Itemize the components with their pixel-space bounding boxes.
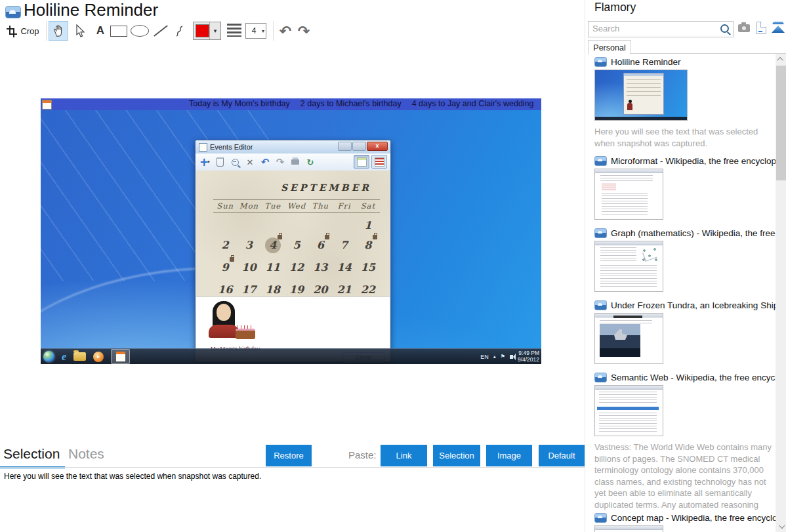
list-item-title[interactable]: Concept map - Wikipedia, the free encycl… [594,512,776,523]
calendar-app-icon [116,352,125,361]
snapshot-thumbnail[interactable] [594,169,663,220]
internet-explorer-icon[interactable]: e [62,351,66,363]
color-picker[interactable]: ▾ [193,22,221,40]
day-cell[interactable]: 11 [261,260,285,276]
list-item-title[interactable]: Holiline Reminder [594,56,776,68]
ellipse-tool-button[interactable] [130,21,150,41]
redo-button[interactable]: ↷ [294,21,314,41]
events-editor-window: Events Editor x +▾ ✕ ↶ ↷ ↻ [195,140,391,362]
undo-button[interactable]: ↶ [276,21,295,41]
day-cell[interactable]: 3 [237,237,260,253]
day-cell[interactable]: 12 [285,260,308,276]
day-cell[interactable]: 8 [356,237,380,253]
tab-notes[interactable]: Notes [68,446,104,462]
explorer-folder-icon[interactable] [73,352,86,361]
pointer-tool-button[interactable] [70,21,89,41]
holiline-taskbar-button[interactable] [111,349,130,364]
line-tool-button[interactable] [151,21,171,41]
size-dropdown[interactable]: 4 ▾ [245,23,266,39]
snapshot-icon [594,228,607,238]
list-item-title[interactable]: Semantic Web - Wikipedia, the free encyc… [594,372,776,383]
restore-button[interactable]: Restore [266,445,312,466]
snapshot-thumbnail[interactable] [594,241,663,292]
day-cell[interactable]: 10 [237,260,260,276]
day-cell[interactable]: 13 [308,260,332,276]
tray-expand-icon[interactable]: ▴ [493,354,496,359]
day-cell[interactable]: 5 [285,237,308,253]
maximize-button[interactable] [352,142,366,151]
search-box[interactable] [588,21,734,37]
zoom-out-button[interactable] [228,155,241,169]
scroll-down-button[interactable] [776,521,786,532]
search-icon[interactable] [720,24,729,33]
avatar-face [217,304,231,321]
day-cell[interactable]: 18 [261,282,285,297]
search-input[interactable] [591,23,712,34]
clock-date: 9/4/2012 [518,357,539,363]
scrollbar-thumb[interactable] [776,66,786,180]
day-cell[interactable]: 20 [308,282,332,297]
day-cell[interactable]: 14 [332,260,356,276]
windows-desktop: Events Editor x +▾ ✕ ↶ ↷ ↻ [41,110,541,364]
volume-icon[interactable] [510,355,513,359]
action-center-flag-icon[interactable]: ⚑ [501,354,505,359]
snapshot-thumbnail[interactable] [594,313,663,364]
day-cell[interactable]: 1 [356,218,380,234]
minimize-button[interactable] [338,142,352,151]
delete-button[interactable]: ✕ [243,155,257,169]
undo-button[interactable]: ↶ [259,155,272,169]
rectangle-tool-button[interactable] [109,21,129,41]
media-player-icon[interactable]: ▸ [93,352,104,362]
color-dropdown-arrow[interactable]: ▾ [209,22,220,39]
tab-selection[interactable]: Selection [3,446,60,462]
paste-image-button[interactable]: Image [486,445,532,466]
print-button[interactable] [289,155,302,169]
paste-default-button[interactable]: Default [539,445,585,466]
day-cell[interactable]: 2 [213,237,237,253]
close-window-button[interactable]: x [367,142,388,151]
line-icon [154,25,168,37]
snapshot-icon [594,513,607,523]
scroll-up-button[interactable] [776,54,786,65]
day-cell[interactable]: 7 [332,237,356,253]
text-tool-button[interactable]: A [91,21,110,41]
snapshot-camera-icon[interactable] [738,24,750,32]
snapshot-thumbnail[interactable] [594,525,663,532]
screenshot-canvas[interactable]: Today is My Mom's birthday 2 days to Mic… [41,98,541,379]
flamory-logo-icon[interactable] [772,22,785,33]
day-cell[interactable]: 19 [285,282,308,297]
paste-link-button[interactable]: Link [381,445,427,466]
tab-personal[interactable]: Personal [588,40,631,54]
delete-day-button[interactable] [213,155,226,169]
sidebar-scrollbar[interactable] [776,54,786,532]
paste-selection-button[interactable]: Selection [433,445,480,466]
list-item-title[interactable]: Graph (mathematics) - Wikipedia, the fre… [594,228,776,239]
snapshot-thumbnail[interactable] [594,385,663,436]
list-view-toggle[interactable] [371,155,387,169]
add-event-button[interactable]: +▾ [198,155,211,169]
list-item-title[interactable]: Microformat - Wikipedia, the free encycl… [594,155,776,167]
day-cell[interactable]: 22 [356,282,380,297]
taskbar-clock[interactable]: 9:49 PM 9/4/2012 [518,350,539,363]
calendar-view-toggle[interactable] [354,155,369,169]
day-cell[interactable]: 9 [213,260,237,276]
day-cell[interactable]: 16 [213,282,237,297]
events-editor-titlebar[interactable]: Events Editor x [196,140,390,153]
redo-button[interactable]: ↷ [274,155,287,169]
freehand-tool-button[interactable] [169,21,189,41]
day-cell[interactable]: 21 [332,282,356,297]
day-cell[interactable]: 15 [356,260,380,276]
language-indicator[interactable]: EN [480,354,489,360]
list-item-title[interactable]: Under Frozen Tundra, an Icebreaking Ship… [594,300,776,311]
hand-tool-button[interactable] [49,21,68,41]
crop-button[interactable]: Crop [4,21,43,41]
day-cell-selected[interactable]: 4 [261,237,285,253]
start-orb-icon[interactable] [43,351,54,362]
refresh-button[interactable]: ↻ [304,155,317,169]
day-cell[interactable]: 6 [308,237,332,253]
redo-icon: ↷ [298,23,310,39]
line-thickness-icon[interactable] [227,24,241,37]
snapshot-thumbnail[interactable] [594,70,688,121]
day-cell[interactable]: 17 [237,282,260,297]
page-icon[interactable] [756,22,766,34]
